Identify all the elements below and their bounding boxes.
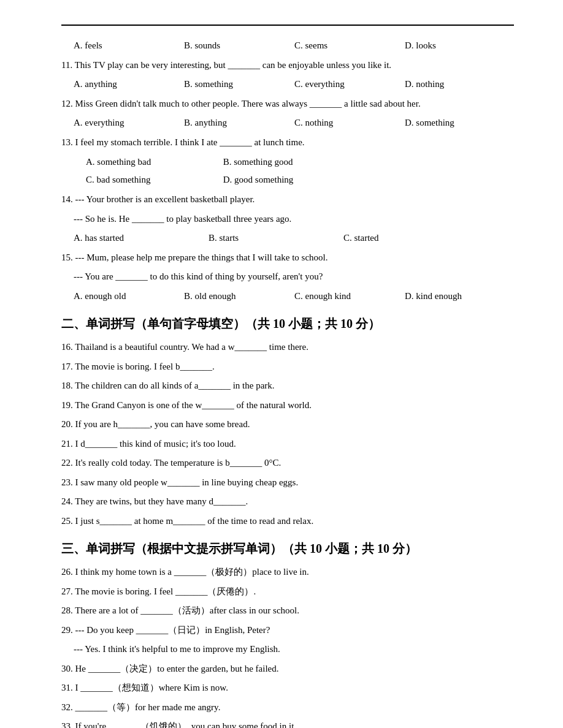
options-12: A. everything B. anything C. nothing D. … — [61, 115, 514, 131]
section3-header: 三、单词拼写（根据中文提示拼写单词）（共 10 小题；共 10 分） — [61, 537, 514, 559]
options-row-top: A. feels B. sounds C. seems D. looks — [61, 38, 514, 54]
question-14-line2: --- So he is. He _______ to play basketb… — [61, 211, 514, 227]
options-13-row1: A. something bad B. something good — [61, 154, 514, 170]
q12-option-d: D. something — [405, 115, 515, 131]
question-15-line2: --- You are _______ to do this kind of t… — [61, 269, 514, 285]
options-14: A. has started B. starts C. started — [61, 230, 514, 246]
s2-item-18: 18. The children can do all kinds of a__… — [61, 378, 514, 394]
s3-item-29a: 29. --- Do you keep _______（日记）in Englis… — [61, 623, 514, 639]
top-border — [61, 25, 514, 26]
s3-item-26: 26. I think my home town is a _______（极好… — [61, 564, 514, 580]
s2-item-21: 21. I d_______ this kind of music; it's … — [61, 436, 514, 452]
s3-item-27: 27. The movie is boring. I feel _______（… — [61, 584, 514, 600]
question-14-line1: 14. --- Your brother is an excellent bas… — [61, 192, 514, 208]
s3-item-33: 33. If you're _______（饥饿的）, you can buy … — [61, 719, 514, 728]
s2-item-25: 25. I just s_______ at home m_______ of … — [61, 514, 514, 529]
q11-option-a: A. anything — [74, 77, 184, 93]
question-12: 12. Miss Green didn't talk much to other… — [61, 96, 514, 112]
q15-option-a: A. enough old — [74, 289, 184, 305]
q12-option-a: A. everything — [74, 115, 184, 131]
option-d-looks: D. looks — [405, 38, 515, 54]
q15-option-c: C. enough kind — [294, 289, 405, 305]
q15-option-d: D. kind enough — [405, 289, 515, 305]
s2-item-16: 16. Thailand is a beautiful country. We … — [61, 339, 514, 355]
options-11: A. anything B. something C. everything D… — [61, 77, 514, 93]
s2-item-22: 22. It's really cold today. The temperat… — [61, 455, 514, 471]
q11-option-b: B. something — [184, 77, 294, 93]
s2-item-20: 20. If you are h_______, you can have so… — [61, 417, 514, 433]
options-13-row2: C. bad something D. good something — [61, 172, 514, 188]
q14-option-b: B. starts — [209, 230, 343, 246]
question-13: 13. I feel my stomach terrible. I think … — [61, 135, 514, 151]
s2-item-24: 24. They are twins, but they have many d… — [61, 494, 514, 510]
s3-item-30: 30. He _______（决定）to enter the garden, b… — [61, 661, 514, 677]
question-15-line1: 15. --- Mum, please help me prepare the … — [61, 250, 514, 266]
s2-item-23: 23. I saw many old people w_______ in li… — [61, 475, 514, 491]
q14-option-a: A. has started — [74, 230, 209, 246]
q15-option-b: B. old enough — [184, 289, 294, 305]
s3-item-31: 31. I _______（想知道）where Kim is now. — [61, 680, 514, 696]
q11-option-c: C. everything — [294, 77, 405, 93]
s2-item-19: 19. The Grand Canyon is one of the w____… — [61, 398, 514, 414]
q12-option-c: C. nothing — [294, 115, 405, 131]
s3-item-29b: --- Yes. I think it's helpful to me to i… — [61, 642, 514, 658]
option-b-sounds: B. sounds — [184, 38, 294, 54]
option-c-seems: C. seems — [294, 38, 405, 54]
q11-option-d: D. nothing — [405, 77, 515, 93]
q13-option-b: B. something good — [223, 154, 358, 170]
q13-option-c: C. bad something — [86, 172, 221, 188]
s3-item-32: 32. _______（等）for her made me angry. — [61, 700, 514, 716]
section2-header: 二、单词拼写（单句首字母填空）（共 10 小题；共 10 分） — [61, 313, 514, 335]
q12-option-b: B. anything — [184, 115, 294, 131]
options-15: A. enough old B. old enough C. enough ki… — [61, 289, 514, 305]
q13-option-d: D. good something — [223, 172, 358, 188]
question-11: 11. This TV play can be very interesting… — [61, 58, 514, 74]
s3-item-28: 28. There are a lot of _______（活动）after … — [61, 603, 514, 619]
q14-option-c: C. started — [343, 230, 478, 246]
s2-item-17: 17. The movie is boring. I feel b_______… — [61, 359, 514, 375]
q13-option-a: A. something bad — [86, 154, 221, 170]
option-a-feels: A. feels — [74, 38, 184, 54]
